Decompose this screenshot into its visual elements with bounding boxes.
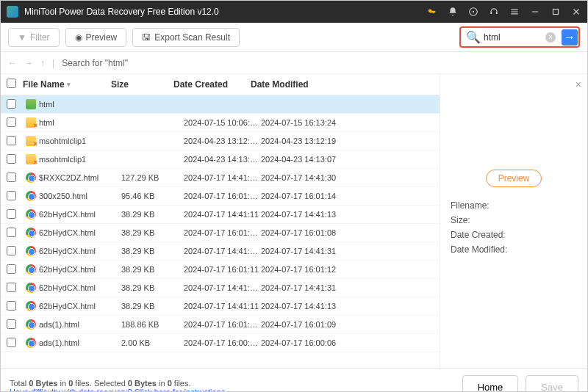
row-checkbox[interactable] [7, 283, 16, 292]
file-icon [26, 338, 36, 348]
preview-button[interactable]: ◉Preview [65, 28, 127, 47]
file-size: 38.29 KB [121, 210, 184, 219]
file-created: 2024-07-17 16:01:… [184, 320, 261, 329]
titlebar: MiniTool Power Data Recovery Free Editio… [1, 1, 587, 23]
preview-panel: × Preview Filename: Size: Date Created: … [440, 74, 587, 368]
clear-search-icon[interactable]: × [545, 32, 556, 43]
file-name: html [39, 100, 121, 109]
search-submit-button[interactable]: → [562, 29, 578, 46]
file-created: 2024-07-17 14:41:… [184, 173, 261, 182]
col-name[interactable]: File Name [23, 79, 65, 90]
file-created: 2024-07-17 16:01:… [184, 228, 261, 237]
svg-point-1 [473, 11, 474, 12]
svg-rect-3 [553, 10, 559, 15]
close-icon[interactable] [571, 7, 581, 17]
row-checkbox[interactable] [7, 301, 16, 311]
row-checkbox[interactable] [7, 173, 16, 182]
table-row[interactable]: 62bHydCX.html 38.29 KB 2024-07-17 14:41:… [1, 297, 440, 316]
select-all-checkbox[interactable] [7, 79, 16, 88]
file-name: 62bHydCX.html [39, 228, 121, 237]
row-checkbox[interactable] [7, 228, 16, 237]
table-row[interactable]: html 2024-07-15 10:06:… 2024-07-15 16:13… [1, 114, 440, 132]
row-checkbox[interactable] [7, 99, 16, 109]
nav-forward-icon[interactable]: → [24, 58, 33, 68]
file-icon [26, 117, 36, 128]
file-name: ads(1).html [39, 320, 121, 329]
file-created: 2024-04-23 14:13:… [184, 155, 261, 164]
search-icon: 🔍 [466, 30, 481, 44]
file-icon [26, 264, 36, 275]
table-row[interactable]: msohtmlclip1 2024-04-23 14:13:… 2024-04-… [1, 150, 440, 169]
file-name: ads(1).html [39, 338, 121, 347]
file-name: msohtmlclip1 [39, 137, 121, 145]
file-modified: 2024-04-23 14:13:07 [261, 155, 364, 164]
file-size: 38.29 KB [121, 265, 184, 274]
search-input[interactable] [484, 32, 542, 43]
file-size: 2.00 KB [121, 338, 184, 347]
svg-rect-2 [532, 11, 538, 12]
row-checkbox[interactable] [7, 209, 16, 219]
bell-icon[interactable] [448, 7, 458, 17]
row-checkbox[interactable] [7, 191, 16, 200]
status-text: Total 0 Bytes in 0 files. Selected 0 Byt… [10, 379, 455, 393]
key-icon[interactable] [427, 7, 437, 17]
row-checkbox[interactable] [7, 246, 16, 255]
table-row[interactable]: $RXXC2DZ.html 127.29 KB 2024-07-17 14:41… [1, 169, 440, 187]
file-modified: 2024-07-17 16:01:12 [261, 265, 364, 274]
headset-icon[interactable] [489, 7, 499, 17]
file-modified: 2024-07-17 14:41:13 [261, 210, 364, 219]
filter-button[interactable]: ▼Filter [8, 28, 60, 47]
file-created: 2024-07-17 16:00:… [184, 338, 261, 347]
file-created: 2024-07-17 14:41:… [184, 283, 261, 292]
nav-back-icon[interactable]: ← [8, 58, 17, 68]
table-row[interactable]: msohtmlclip1 2024-04-23 13:12:… 2024-04-… [1, 132, 440, 150]
table-row[interactable]: ads(1).html 2.00 KB 2024-07-17 16:00:… 2… [1, 334, 440, 352]
file-name: 300x250.html [39, 192, 121, 200]
maximize-icon[interactable] [551, 7, 561, 17]
menu-icon[interactable] [509, 7, 520, 17]
file-list[interactable]: File Name▾ Size Date Created Date Modifi… [1, 74, 440, 368]
table-row[interactable]: ads(1).html 188.86 KB 2024-07-17 16:01:…… [1, 316, 440, 334]
col-size[interactable]: Size [111, 79, 173, 90]
disc-icon[interactable] [468, 7, 478, 17]
col-created[interactable]: Date Created [173, 79, 251, 90]
close-preview-icon[interactable]: × [576, 79, 581, 90]
export-button[interactable]: 🖫Export Scan Result [132, 28, 240, 47]
breadcrumb-label: Search for "html" [62, 58, 128, 68]
file-modified: 2024-07-17 16:01:14 [261, 192, 364, 200]
file-created: 2024-04-23 13:12:… [184, 137, 261, 145]
minimize-icon[interactable] [530, 7, 540, 17]
breadcrumb: ← → ↑ | Search for "html" [1, 52, 587, 74]
file-name: 62bHydCX.html [39, 302, 121, 311]
table-row[interactable]: 62bHydCX.html 38.29 KB 2024-07-17 14:41:… [1, 242, 440, 261]
save-button[interactable]: Save [526, 375, 578, 392]
table-row[interactable]: 62bHydCX.html 38.29 KB 2024-07-17 14:41:… [1, 279, 440, 297]
table-row[interactable]: 300x250.html 95.46 KB 2024-07-17 16:01:…… [1, 187, 440, 206]
preview-created-label: Date Created: [451, 230, 577, 240]
table-row[interactable]: 62bHydCX.html 38.29 KB 2024-07-17 16:01:… [1, 261, 440, 279]
table-row[interactable]: 62bHydCX.html 38.29 KB 2024-07-17 14:41:… [1, 206, 440, 224]
row-checkbox[interactable] [7, 136, 16, 145]
file-icon [26, 136, 36, 146]
file-created: 2024-07-17 14:41:11 [184, 302, 261, 311]
preview-size-label: Size: [451, 215, 577, 225]
help-link[interactable]: Have difficulty with data recovery? Clic… [10, 388, 227, 393]
row-checkbox[interactable] [7, 264, 16, 274]
row-checkbox[interactable] [7, 338, 16, 347]
file-icon [26, 154, 36, 164]
file-size: 38.29 KB [121, 283, 184, 292]
col-modified[interactable]: Date Modified [251, 79, 354, 90]
file-icon [26, 301, 36, 311]
home-button[interactable]: Home [462, 375, 519, 392]
file-size: 38.29 KB [121, 302, 184, 311]
nav-up-icon[interactable]: ↑ [40, 58, 45, 68]
preview-file-button[interactable]: Preview [486, 170, 542, 187]
row-checkbox[interactable] [7, 117, 16, 127]
table-row[interactable]: html [1, 95, 440, 114]
table-row[interactable]: 62bHydCX.html 38.29 KB 2024-07-17 16:01:… [1, 224, 440, 242]
row-checkbox[interactable] [7, 319, 16, 329]
row-checkbox[interactable] [7, 154, 16, 164]
file-size: 188.86 KB [121, 320, 184, 329]
file-name: html [39, 118, 121, 127]
file-size: 95.46 KB [121, 192, 184, 200]
